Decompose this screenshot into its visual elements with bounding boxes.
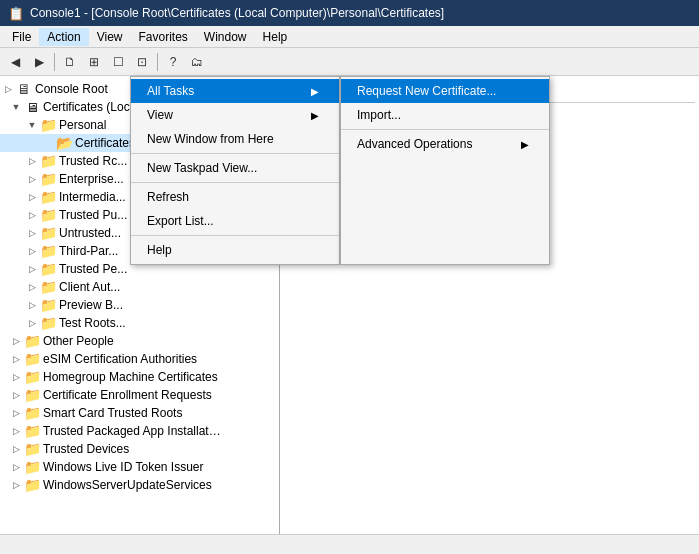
trusted-devices-icon: 📁: [24, 442, 40, 456]
title-text: Console1 - [Console Root\Certificates (L…: [30, 6, 444, 20]
test-roots-icon: 📁: [40, 316, 56, 330]
view-arrow: ▶: [311, 110, 319, 121]
expander-trusted-packaged: ▷: [8, 423, 24, 439]
menu-action[interactable]: Action: [39, 28, 88, 46]
submenu: Request New Certificate... Import... Adv…: [340, 76, 550, 265]
tree-label-trusted-devices: Trusted Devices: [43, 442, 129, 456]
expander-client-auth: ▷: [24, 279, 40, 295]
expander-windows-live: ▷: [8, 459, 24, 475]
homegroup-icon: 📁: [24, 370, 40, 384]
tree-label-trusted-pub: Trusted Pu...: [59, 208, 127, 222]
expander-untrusted: ▷: [24, 225, 40, 241]
tree-label-client-auth: Client Aut...: [59, 280, 120, 294]
context-menu-container: All Tasks ▶ View ▶ New Window from Here …: [130, 76, 550, 265]
enterprise-icon: 📁: [40, 172, 56, 186]
expander-test-roots: ▷: [24, 315, 40, 331]
ctx-new-taskpad-label: New Taskpad View...: [147, 161, 257, 175]
expander-trusted-devices: ▷: [8, 441, 24, 457]
menu-window[interactable]: Window: [196, 28, 255, 46]
expander-esim: ▷: [8, 351, 24, 367]
tree-item-windows-live[interactable]: ▷ 📁 Windows Live ID Token Issuer: [0, 458, 279, 476]
ctx-export-list[interactable]: Export List...: [131, 209, 339, 233]
tree-label-other-people: Other People: [43, 334, 114, 348]
expander-certificates: [40, 135, 56, 151]
toolbar: ◀ ▶ 🗋 ⊞ ☐ ⊡ ? 🗂: [0, 48, 699, 76]
menu-file[interactable]: File: [4, 28, 39, 46]
ctx-help[interactable]: Help: [131, 238, 339, 262]
personal-icon: 📁: [40, 118, 56, 132]
tree-label-certificates: Certificates: [75, 136, 135, 150]
tree-label-trusted-people: Trusted Pe...: [59, 262, 127, 276]
app-icon: 📋: [8, 6, 24, 21]
show-hide-button[interactable]: ⊞: [83, 51, 105, 73]
ctx-all-tasks[interactable]: All Tasks ▶: [131, 79, 339, 103]
back-button[interactable]: ◀: [4, 51, 26, 73]
ctx-new-window-label: New Window from Here: [147, 132, 274, 146]
up-button[interactable]: 🗋: [59, 51, 81, 73]
ctx-new-taskpad[interactable]: New Taskpad View...: [131, 156, 339, 180]
properties-button[interactable]: ⊡: [131, 51, 153, 73]
ctx-refresh[interactable]: Refresh: [131, 185, 339, 209]
expander-intermediate: ▷: [24, 189, 40, 205]
tree-label-smart-card: Smart Card Trusted Roots: [43, 406, 182, 420]
third-party-icon: 📁: [40, 244, 56, 258]
tree-label-preview-b: Preview B...: [59, 298, 123, 312]
ctx-separator-1: [131, 153, 339, 154]
tree-label-windows-live: Windows Live ID Token Issuer: [43, 460, 204, 474]
windows-live-icon: 📁: [24, 460, 40, 474]
expander-other-people: ▷: [8, 333, 24, 349]
tree-label-esim: eSIM Certification Authorities: [43, 352, 197, 366]
trusted-pub-icon: 📁: [40, 208, 56, 222]
menu-view[interactable]: View: [89, 28, 131, 46]
menu-help[interactable]: Help: [255, 28, 296, 46]
help-button[interactable]: ?: [162, 51, 184, 73]
expander-certs-local: ▼: [8, 99, 24, 115]
tree-item-client-auth[interactable]: ▷ 📁 Client Aut...: [0, 278, 279, 296]
tree-label-intermediate: Intermedia...: [59, 190, 126, 204]
tree-item-trusted-packaged[interactable]: ▷ 📁 Trusted Packaged App Installation Au…: [0, 422, 279, 440]
expander-personal: ▼: [24, 117, 40, 133]
ctx-import-label: Import...: [357, 108, 401, 122]
tree-item-test-roots[interactable]: ▷ 📁 Test Roots...: [0, 314, 279, 332]
new-button[interactable]: ☐: [107, 51, 129, 73]
certificates-icon: 📂: [56, 136, 72, 150]
ctx-view[interactable]: View ▶: [131, 103, 339, 127]
ctx-request-new[interactable]: Request New Certificate...: [341, 79, 549, 103]
ctx-advanced-ops[interactable]: Advanced Operations ▶: [341, 132, 549, 156]
ctx-new-window[interactable]: New Window from Here: [131, 127, 339, 151]
toolbar-separator-1: [54, 53, 55, 71]
trusted-people-icon: 📁: [40, 262, 56, 276]
tree-label-test-roots: Test Roots...: [59, 316, 126, 330]
export-button[interactable]: 🗂: [186, 51, 208, 73]
tree-item-esim[interactable]: ▷ 📁 eSIM Certification Authorities: [0, 350, 279, 368]
tree-label-personal: Personal: [59, 118, 106, 132]
tree-item-smart-card[interactable]: ▷ 📁 Smart Card Trusted Roots: [0, 404, 279, 422]
tree-label-trusted-packaged: Trusted Packaged App Installation Au...: [43, 424, 223, 438]
tree-item-preview-b[interactable]: ▷ 📁 Preview B...: [0, 296, 279, 314]
tree-item-homegroup[interactable]: ▷ 📁 Homegroup Machine Certificates: [0, 368, 279, 386]
ctx-import[interactable]: Import...: [341, 103, 549, 127]
tree-item-trusted-devices[interactable]: ▷ 📁 Trusted Devices: [0, 440, 279, 458]
other-people-icon: 📁: [24, 334, 40, 348]
tree-label-enterprise: Enterprise...: [59, 172, 124, 186]
tree-label-cert-enrollment: Certificate Enrollment Requests: [43, 388, 212, 402]
console-root-icon: 🖥: [16, 82, 32, 96]
expander-preview-b: ▷: [24, 297, 40, 313]
ctx-separator-3: [131, 235, 339, 236]
ctx-separator-2: [131, 182, 339, 183]
tree-item-wsus[interactable]: ▷ 📁 WindowsServerUpdateServices: [0, 476, 279, 494]
tree-item-other-people[interactable]: ▷ 📁 Other People: [0, 332, 279, 350]
forward-button[interactable]: ▶: [28, 51, 50, 73]
all-tasks-arrow: ▶: [311, 86, 319, 97]
menu-favorites[interactable]: Favorites: [131, 28, 196, 46]
tree-label-untrusted: Untrusted...: [59, 226, 121, 240]
intermediate-icon: 📁: [40, 190, 56, 204]
esim-icon: 📁: [24, 352, 40, 366]
expander-cert-enrollment: ▷: [8, 387, 24, 403]
advanced-ops-arrow: ▶: [521, 139, 529, 150]
tree-label-trusted-root: Trusted Rc...: [59, 154, 127, 168]
toolbar-separator-2: [157, 53, 158, 71]
tree-item-cert-enrollment[interactable]: ▷ 📁 Certificate Enrollment Requests: [0, 386, 279, 404]
expander-wsus: ▷: [8, 477, 24, 493]
expander-enterprise: ▷: [24, 171, 40, 187]
